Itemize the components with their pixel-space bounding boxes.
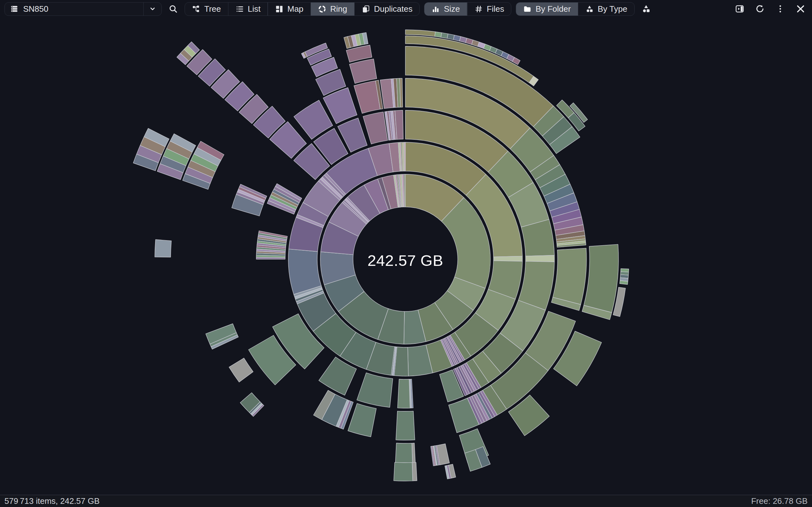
tab-label: Files xyxy=(487,4,504,14)
tab-label: Size xyxy=(444,4,460,14)
chevron-down-icon[interactable] xyxy=(144,5,161,13)
view-switcher: Tree List xyxy=(185,2,420,16)
search-button[interactable] xyxy=(166,2,180,16)
drive-label: SN850 xyxy=(23,4,143,14)
ring-segment[interactable] xyxy=(348,403,376,437)
ring-segment[interactable] xyxy=(553,248,587,304)
ring-segment[interactable] xyxy=(394,462,413,481)
menu-button[interactable] xyxy=(773,2,787,16)
ring-segment[interactable] xyxy=(405,30,436,37)
tab-list[interactable]: List xyxy=(229,3,267,15)
hash-icon xyxy=(474,5,483,13)
schema-button[interactable] xyxy=(639,2,653,16)
tab-label: Tree xyxy=(204,4,221,14)
grouping-switcher: By Folder By Type xyxy=(516,2,635,16)
ring-segment[interactable] xyxy=(583,244,618,313)
ring-segment[interactable] xyxy=(350,59,377,83)
panel-right-icon xyxy=(735,4,745,14)
tree-icon xyxy=(192,5,200,13)
total-size-label: 242.57 GB xyxy=(368,251,444,269)
ring-segment[interactable] xyxy=(363,112,388,144)
tab-files[interactable]: Files xyxy=(467,3,511,15)
ring-segment[interactable] xyxy=(435,32,442,38)
ring-segment[interactable] xyxy=(441,33,448,38)
status-bar: 579 713 items, 242.57 GB Free: 26.78 GB xyxy=(0,495,812,507)
ring-segment[interactable] xyxy=(404,174,405,207)
kebab-menu-icon xyxy=(776,4,785,13)
tab-label: Map xyxy=(287,4,304,14)
close-button[interactable] xyxy=(794,2,808,16)
toolbar: SN850 xyxy=(0,0,812,18)
shapes-icon xyxy=(585,5,594,13)
tab-tree[interactable]: Tree xyxy=(185,3,228,15)
tab-size[interactable]: Size xyxy=(424,3,467,15)
tab-label: By Folder xyxy=(536,4,571,14)
tab-label: Ring xyxy=(330,4,347,14)
tab-label: List xyxy=(248,4,260,14)
drive-selector[interactable]: SN850 xyxy=(4,2,162,16)
tab-label: Duplicates xyxy=(374,4,412,14)
free-space-label: Free: 26.78 GB xyxy=(751,496,808,506)
ring-segment[interactable] xyxy=(494,256,522,261)
bar-chart-icon xyxy=(432,5,440,13)
disk-stack-icon xyxy=(10,4,19,13)
metric-switcher: Size Files xyxy=(424,2,511,16)
tab-by-type[interactable]: By Type xyxy=(578,3,634,15)
close-icon xyxy=(796,4,806,14)
tab-by-folder[interactable]: By Folder xyxy=(516,3,577,15)
list-icon xyxy=(235,5,244,13)
items-count-label: 579 713 items, 242.57 GB xyxy=(4,496,100,506)
duplicates-icon xyxy=(362,5,370,13)
tab-duplicates[interactable]: Duplicates xyxy=(355,3,419,15)
tab-map[interactable]: Map xyxy=(268,3,310,15)
shapes-icon xyxy=(641,4,651,14)
ring-segment[interactable] xyxy=(357,373,393,407)
search-icon xyxy=(168,4,178,14)
ring-segment[interactable] xyxy=(397,379,410,408)
window-controls xyxy=(733,2,808,16)
tab-ring[interactable]: Ring xyxy=(311,3,354,15)
ring-chart: 242.57 GB xyxy=(0,0,812,507)
ring-segment[interactable] xyxy=(404,142,405,171)
ring-icon xyxy=(318,5,326,13)
treemap-icon xyxy=(275,5,284,13)
ring-segment[interactable] xyxy=(620,281,628,285)
toggle-panel-button[interactable] xyxy=(733,2,747,16)
refresh-icon xyxy=(755,4,765,14)
tab-label: By Type xyxy=(598,4,627,14)
ring-segment[interactable] xyxy=(447,34,455,40)
ring-segment[interactable] xyxy=(229,358,253,382)
ring-segment[interactable] xyxy=(525,256,554,262)
ring-segment[interactable] xyxy=(155,239,171,257)
app-window: SN850 xyxy=(0,0,812,507)
folder-icon xyxy=(523,5,531,13)
ring-segment[interactable] xyxy=(396,411,415,440)
refresh-button[interactable] xyxy=(753,2,767,16)
